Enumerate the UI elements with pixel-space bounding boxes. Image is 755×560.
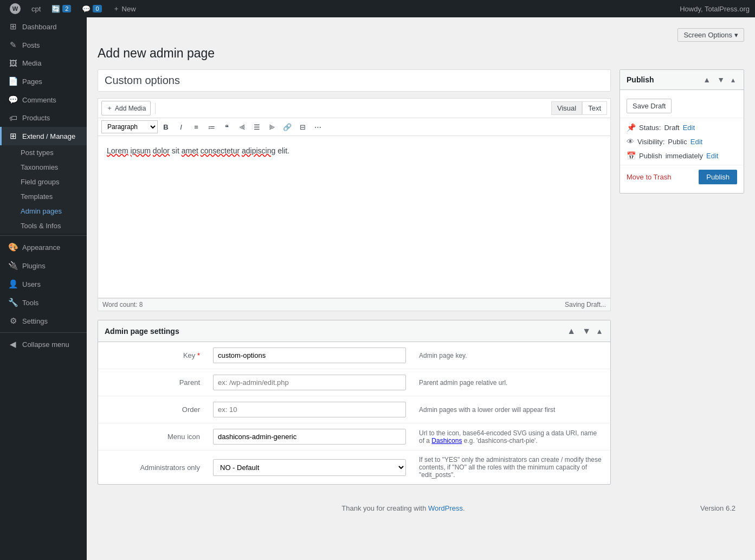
submenu-templates[interactable]: Templates bbox=[0, 189, 87, 204]
collapse-up-button[interactable]: ▲ bbox=[565, 325, 578, 337]
add-media-button[interactable]: ＋ Add Media bbox=[101, 101, 151, 115]
text-tab[interactable]: Text bbox=[582, 101, 607, 115]
paragraph-format-select[interactable]: Paragraph Heading 1 Heading 2 Heading 3 … bbox=[101, 120, 158, 133]
postbox-title: Admin page settings bbox=[105, 327, 565, 336]
post-title-input[interactable] bbox=[98, 69, 611, 92]
sidebar-item-label: Products bbox=[22, 114, 50, 122]
sidebar-item-collapse[interactable]: ◀ Collapse menu bbox=[0, 335, 87, 353]
toggle-postbox-button[interactable]: ▴ bbox=[595, 325, 604, 337]
sidebar-item-plugins[interactable]: 🔌 Plugins bbox=[0, 256, 87, 275]
sidebar-item-label: Media bbox=[22, 59, 41, 67]
sidebar-item-tools[interactable]: 🔧 Tools bbox=[0, 293, 87, 312]
move-to-trash-link[interactable]: Move to Trash bbox=[627, 173, 671, 181]
collapse-icon: ◀ bbox=[8, 339, 18, 349]
admin-page-settings-box: Admin page settings ▲ ▼ ▴ Key * bbox=[98, 320, 611, 485]
required-marker: * bbox=[197, 351, 200, 359]
admin-only-select[interactable]: NO - Default YES bbox=[213, 459, 406, 476]
publish-button[interactable]: Publish bbox=[699, 170, 737, 184]
unordered-list-button[interactable]: ≡ bbox=[189, 120, 203, 134]
visibility-value: Public bbox=[668, 138, 687, 146]
publish-collapse-down[interactable]: ▼ bbox=[715, 74, 727, 85]
site-name[interactable]: cpt bbox=[27, 0, 45, 17]
updates-count: 2 bbox=[62, 5, 71, 12]
settings-label-key: Key * bbox=[98, 342, 207, 369]
sidebar-item-dashboard[interactable]: ⊞ Dashboard bbox=[0, 17, 87, 36]
visibility-row: 👁 Visibility: Public Edit bbox=[627, 134, 737, 149]
updates[interactable]: 🔄 2 bbox=[47, 0, 75, 17]
screen-options-button[interactable]: Screen Options ▾ bbox=[677, 28, 744, 42]
plus-icon: ＋ bbox=[106, 104, 113, 113]
parent-input[interactable] bbox=[213, 375, 406, 390]
align-right-button[interactable]: ⫸ bbox=[265, 120, 279, 134]
more-button[interactable]: ⋯ bbox=[311, 120, 325, 134]
new-content[interactable]: ＋ New bbox=[108, 0, 140, 17]
wp-icon: W bbox=[10, 3, 21, 14]
sidebar-item-users[interactable]: 👤 Users bbox=[0, 275, 87, 293]
table-button[interactable]: ⊟ bbox=[295, 120, 309, 134]
publish-time-edit-link[interactable]: Edit bbox=[706, 152, 718, 160]
sidebar-item-appearance[interactable]: 🎨 Appearance bbox=[0, 238, 87, 256]
settings-icon: ⚙ bbox=[8, 316, 18, 326]
pin-icon: 📌 bbox=[627, 123, 636, 132]
submenu-post-types[interactable]: Post types bbox=[0, 145, 87, 160]
sidebar-item-pages[interactable]: 📄 Pages bbox=[0, 72, 87, 91]
updates-icon: 🔄 bbox=[51, 5, 60, 13]
menu-icon-input[interactable] bbox=[213, 429, 406, 445]
content-editor[interactable]: Lorem ipsum dolor sit amet consectetur a… bbox=[98, 136, 611, 298]
screen-options-label: Screen Options bbox=[683, 31, 732, 39]
wordpress-link[interactable]: WordPress bbox=[428, 504, 463, 512]
dashicons-link[interactable]: Dashicons bbox=[431, 437, 462, 445]
align-center-button[interactable]: ☰ bbox=[250, 120, 264, 134]
submenu-tools-infos[interactable]: Tools & Infos bbox=[0, 218, 87, 233]
appearance-icon: 🎨 bbox=[8, 242, 18, 252]
submenu-field-groups[interactable]: Field groups bbox=[0, 175, 87, 189]
comments-count: 0 bbox=[93, 5, 101, 12]
visibility-edit-link[interactable]: Edit bbox=[691, 138, 702, 146]
sidebar-item-settings[interactable]: ⚙ Settings bbox=[0, 312, 87, 330]
link-button[interactable]: 🔗 bbox=[280, 120, 294, 134]
settings-input-cell-order bbox=[207, 396, 412, 423]
publish-time-label: Publish bbox=[639, 152, 662, 160]
sidebar-item-label: Settings bbox=[22, 317, 48, 325]
submenu-admin-pages[interactable]: Admin pages bbox=[0, 204, 87, 218]
new-label: New bbox=[122, 5, 136, 13]
settings-desc-menu-icon: Url to the icon, base64-encoded SVG usin… bbox=[412, 423, 610, 450]
sidebar-item-extend-manage[interactable]: ⊞ Extend / Manage bbox=[0, 127, 87, 145]
save-draft-button[interactable]: Save Draft bbox=[627, 99, 672, 113]
submenu-label: Taxonomies bbox=[21, 163, 58, 171]
status-edit-link[interactable]: Edit bbox=[683, 124, 695, 132]
sidebar-item-products[interactable]: 🏷 Products bbox=[0, 109, 87, 127]
sidebar-item-posts[interactable]: ✎ Posts bbox=[0, 36, 87, 54]
align-left-button[interactable]: ⫷ bbox=[235, 120, 249, 134]
order-input[interactable] bbox=[213, 402, 406, 417]
postbox-header: Admin page settings ▲ ▼ ▴ bbox=[98, 320, 610, 342]
sidebar-item-media[interactable]: 🖼 Media bbox=[0, 54, 87, 72]
ordered-list-button[interactable]: ≔ bbox=[204, 120, 218, 134]
sidebar-item-comments[interactable]: 💬 Comments bbox=[0, 91, 87, 109]
word-count: Word count: 8 bbox=[102, 301, 143, 308]
settings-desc-key: Admin page key. bbox=[412, 342, 610, 369]
settings-input-cell-key bbox=[207, 342, 412, 369]
plus-icon: ＋ bbox=[113, 4, 120, 14]
publish-collapse-up[interactable]: ▲ bbox=[701, 74, 713, 85]
settings-row-menu-icon: Menu icon Url to the icon, base64-encode… bbox=[98, 423, 610, 450]
sidebar-item-label: Appearance bbox=[22, 243, 60, 252]
wp-logo[interactable]: W bbox=[5, 0, 25, 17]
collapse-down-button[interactable]: ▼ bbox=[580, 325, 593, 337]
saving-status: Saving Draft... bbox=[565, 301, 606, 308]
italic-button[interactable]: I bbox=[174, 120, 188, 134]
comments[interactable]: 💬 0 bbox=[78, 0, 106, 17]
submenu-taxonomies[interactable]: Taxonomies bbox=[0, 160, 87, 175]
blockquote-button[interactable]: ❝ bbox=[220, 120, 234, 134]
posts-icon: ✎ bbox=[8, 40, 18, 50]
publish-toggle[interactable]: ▴ bbox=[729, 74, 737, 85]
dashboard-icon: ⊞ bbox=[8, 22, 18, 31]
status-row: 📌 Status: Draft Edit bbox=[627, 120, 737, 134]
postbox-body: Key * Admin page key. Parent bbox=[98, 342, 610, 484]
sidebar-item-label: Comments bbox=[22, 96, 56, 104]
submenu-label: Templates bbox=[21, 192, 53, 201]
eye-icon: 👁 bbox=[627, 137, 634, 146]
visual-tab[interactable]: Visual bbox=[551, 101, 582, 115]
bold-button[interactable]: B bbox=[159, 120, 173, 134]
key-input[interactable] bbox=[213, 347, 406, 363]
